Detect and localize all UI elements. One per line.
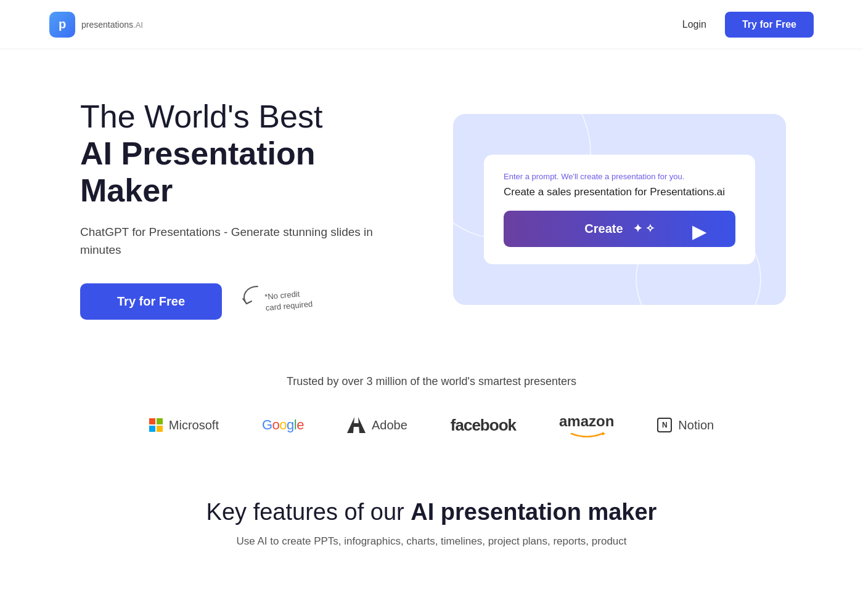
key-features-section: Key features of our AI presentation make… — [0, 468, 863, 560]
trusted-section: Trusted by over 3 million of the world's… — [0, 357, 863, 468]
svg-marker-0 — [602, 432, 605, 436]
microsoft-label: Microsoft — [169, 418, 219, 432]
amazon-arrow-icon — [568, 430, 605, 437]
headline-bold: AI Presentation Maker — [80, 136, 388, 209]
key-features-heading: Key features of our AI presentation make… — [49, 499, 814, 525]
amazon-logo: amazon — [559, 413, 614, 437]
trusted-headline: Trusted by over 3 million of the world's… — [49, 375, 814, 388]
headline-plain: The World's Best — [80, 99, 322, 134]
facebook-label: facebook — [451, 416, 516, 435]
login-button[interactable]: Login — [682, 19, 706, 30]
navbar: p presentations.AI Login Try for Free — [0, 0, 863, 49]
nav-actions: Login Try for Free — [682, 12, 814, 38]
demo-card-outer: Enter a prompt. We'll create a presentat… — [453, 114, 786, 305]
cursor-icon: ▶ — [692, 222, 706, 242]
brand-facebook: facebook — [451, 416, 516, 435]
arrow-curve-icon — [234, 280, 265, 311]
hero-try-free-button[interactable]: Try for Free — [80, 283, 222, 320]
demo-card-inner: Enter a prompt. We'll create a presentat… — [484, 155, 755, 264]
google-label: Google — [262, 417, 304, 433]
brand-suffix: .AI — [133, 20, 143, 30]
hero-section: The World's Best AI Presentation Maker C… — [0, 49, 863, 357]
logo: p presentations.AI — [49, 12, 143, 38]
brand-notion: N Notion — [657, 418, 714, 432]
sparkle-icon: ✦ ✧ — [633, 222, 655, 235]
hero-right: Enter a prompt. We'll create a presentat… — [425, 114, 814, 305]
brand-google: Google — [262, 417, 304, 433]
key-features-subtext: Use AI to create PPTs, infographics, cha… — [49, 535, 814, 548]
microsoft-icon — [149, 418, 163, 432]
notion-icon: N — [657, 418, 672, 432]
demo-prompt-label: Enter a prompt. We'll create a presentat… — [504, 172, 735, 181]
no-credit-note: *No credit card required — [234, 283, 313, 312]
hero-left: The World's Best AI Presentation Maker C… — [80, 99, 388, 320]
logo-text: presentations.AI — [81, 18, 143, 31]
logo-icon: p — [49, 12, 75, 38]
heading-plain: Key features of our — [207, 499, 404, 525]
no-credit-text: *No credit card required — [264, 288, 313, 314]
adobe-label: Adobe — [372, 418, 407, 432]
heading-bold: AI presentation maker — [411, 499, 656, 525]
adobe-icon — [347, 417, 366, 433]
hero-headline: The World's Best AI Presentation Maker — [80, 99, 388, 209]
brand-amazon: amazon — [559, 413, 614, 437]
create-label: Create — [584, 222, 623, 236]
demo-prompt-value: Create a sales presentation for Presenta… — [504, 186, 735, 198]
demo-create-button[interactable]: Create ✦ ✧ ▶ — [504, 211, 735, 247]
brands-list: Microsoft Google Adobe facebook amazon — [49, 413, 814, 437]
brand-adobe: Adobe — [347, 417, 407, 433]
brand-name: presentations — [81, 20, 133, 30]
hero-cta-wrap: Try for Free *No credit card required — [80, 283, 388, 320]
hero-subtext: ChatGPT for Presentations - Generate stu… — [80, 224, 388, 259]
nav-try-free-button[interactable]: Try for Free — [725, 12, 814, 38]
notion-label: Notion — [678, 418, 714, 432]
brand-microsoft: Microsoft — [149, 418, 219, 432]
amazon-label: amazon — [559, 413, 614, 430]
